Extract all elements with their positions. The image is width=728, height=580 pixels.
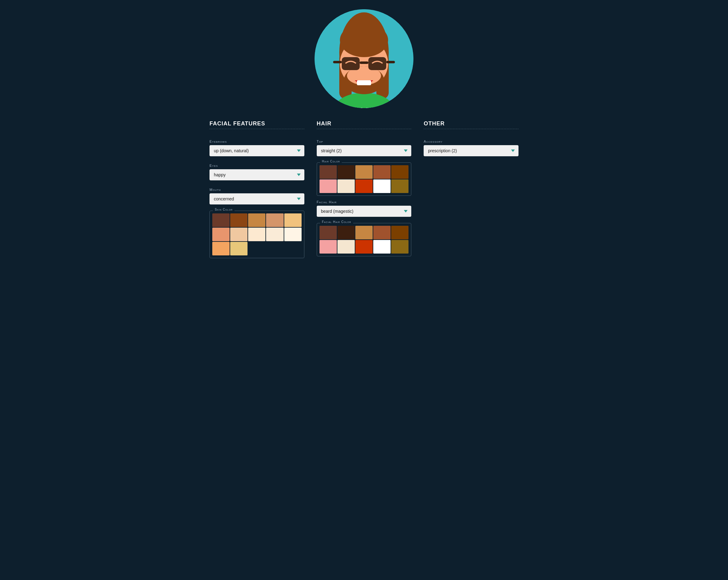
svg-rect-11 [368, 57, 386, 70]
accessory-select[interactable]: prescription (2) prescription (1) none s… [424, 145, 519, 156]
accessory-dropdown[interactable]: prescription (2) prescription (1) none s… [424, 145, 519, 156]
swatch[interactable] [373, 165, 391, 179]
hair-divider [317, 129, 412, 129]
mouth-select[interactable]: concerned happy sad open smirk [209, 193, 304, 204]
eyes-dropdown[interactable]: happy sad surprised closed wink [209, 169, 304, 181]
mouth-label: Mouth [209, 188, 304, 192]
swatch [266, 242, 283, 255]
svg-rect-12 [360, 61, 368, 64]
swatch[interactable] [230, 228, 248, 241]
hair-color-label: Hair Color [320, 160, 342, 163]
swatch[interactable] [319, 179, 337, 193]
swatch[interactable] [337, 165, 355, 179]
avatar-section: TILT [315, 9, 413, 108]
swatch[interactable] [391, 240, 409, 253]
mouth-dropdown[interactable]: concerned happy sad open smirk [209, 193, 304, 204]
swatch[interactable] [212, 213, 230, 227]
eyebrows-dropdown[interactable]: up (down, natural) down natural raised a… [209, 145, 304, 156]
facial-hair-label: Facial Hair [317, 200, 412, 204]
swatch[interactable] [266, 228, 283, 241]
swatch[interactable] [391, 179, 409, 193]
eyebrows-label: Eyebrows [209, 140, 304, 143]
swatch[interactable] [337, 226, 355, 239]
swatch[interactable] [212, 228, 230, 241]
swatch[interactable] [319, 226, 337, 239]
swatch[interactable] [319, 240, 337, 253]
facial-hair-select[interactable]: beard (magestic) none mustache goatee st… [317, 206, 412, 217]
swatch[interactable] [230, 242, 248, 255]
facial-hair-swatches-grid [319, 226, 409, 253]
swatch [248, 242, 265, 255]
swatch [284, 242, 302, 255]
swatch[interactable] [319, 165, 337, 179]
facial-features-divider [209, 129, 304, 129]
svg-point-16 [340, 23, 388, 57]
svg-text:TILT: TILT [350, 106, 373, 108]
accessory-label: Accessory [424, 140, 519, 143]
swatch[interactable] [355, 165, 373, 179]
svg-rect-14 [386, 61, 395, 63]
other-title: Other [424, 120, 519, 127]
swatch[interactable] [230, 213, 248, 227]
swatch[interactable] [337, 179, 355, 193]
swatch[interactable] [355, 226, 373, 239]
swatch[interactable] [284, 213, 302, 227]
main-content: Facial Features Eyebrows up (down, natur… [209, 120, 519, 258]
top-select[interactable]: straight (2) straight (1) curly afro bun [317, 145, 412, 156]
avatar-circle: TILT [315, 9, 413, 108]
eyebrows-select[interactable]: up (down, natural) down natural raised a… [209, 145, 304, 156]
swatch[interactable] [212, 242, 230, 255]
facial-hair-dropdown[interactable]: beard (magestic) none mustache goatee st… [317, 206, 412, 217]
swatch[interactable] [248, 228, 265, 241]
skin-color-label: Skin Color [213, 208, 235, 211]
eyes-label: Eyes [209, 164, 304, 167]
top-dropdown[interactable]: straight (2) straight (1) curly afro bun [317, 145, 412, 156]
swatch[interactable] [373, 226, 391, 239]
other-section: Other Accessory prescription (2) prescri… [424, 120, 519, 258]
svg-rect-13 [333, 61, 342, 63]
swatch[interactable] [355, 240, 373, 253]
avatar-svg: TILT [315, 9, 413, 108]
facial-features-title: Facial Features [209, 120, 304, 127]
facial-hair-color-label: Facial Hair Color [320, 220, 353, 224]
hair-title: Hair [317, 120, 412, 127]
hair-swatches-grid [319, 165, 409, 193]
facial-hair-color-box: Facial Hair Color [317, 223, 412, 256]
swatch[interactable] [355, 179, 373, 193]
swatch[interactable] [248, 213, 265, 227]
swatch[interactable] [284, 228, 302, 241]
hair-color-box: Hair Color [317, 162, 412, 196]
swatch[interactable] [337, 240, 355, 253]
svg-rect-10 [342, 57, 360, 70]
swatch[interactable] [373, 240, 391, 253]
skin-color-box: Skin Color [209, 211, 304, 258]
swatch[interactable] [391, 226, 409, 239]
eyes-select[interactable]: happy sad surprised closed wink [209, 169, 304, 181]
svg-rect-15 [357, 80, 371, 85]
facial-features-section: Facial Features Eyebrows up (down, natur… [209, 120, 304, 258]
other-divider [424, 129, 519, 129]
swatch[interactable] [391, 165, 409, 179]
skin-swatches-grid [212, 213, 302, 255]
swatch[interactable] [373, 179, 391, 193]
top-label: Top [317, 140, 412, 143]
hair-section: Hair Top straight (2) straight (1) curly… [317, 120, 412, 258]
swatch[interactable] [266, 213, 283, 227]
